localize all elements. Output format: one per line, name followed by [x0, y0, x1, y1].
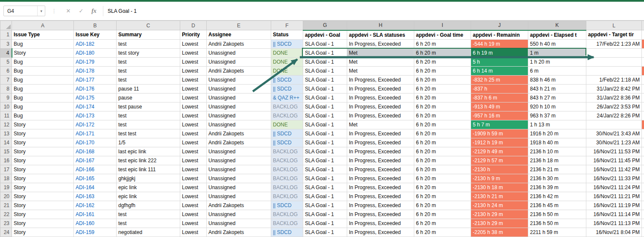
- cell-K6[interactable]: 6 m: [528, 66, 586, 75]
- cell-K10[interactable]: 920 h 10 m: [528, 102, 586, 111]
- cell-I11[interactable]: 6 h 20 m: [414, 111, 471, 120]
- cell-B17[interactable]: ADI-166: [74, 165, 117, 174]
- cell-E7[interactable]: Unassigned: [207, 75, 271, 84]
- row-header-10[interactable]: 10: [0, 102, 12, 111]
- cell-H13[interactable]: In Progress, Exceeded: [347, 129, 414, 138]
- cell-I9[interactable]: 6 h 20 m: [414, 93, 471, 102]
- cell-D21[interactable]: Lowest: [180, 201, 207, 210]
- cell-G23[interactable]: SLA Goal - 1: [303, 219, 347, 228]
- cell-B1[interactable]: Issue Key: [74, 30, 117, 40]
- cell-A9[interactable]: Bug: [12, 93, 74, 102]
- cell-J17[interactable]: -2130 h: [471, 165, 528, 174]
- cell-C15[interactable]: last epic link: [117, 147, 180, 156]
- cell-E3[interactable]: Andrii Zakopets: [207, 39, 271, 48]
- cell-I22[interactable]: 6 h 20 m: [414, 210, 471, 219]
- cell-L8[interactable]: 31/Jan/22 8:42 PM: [586, 84, 642, 93]
- cell-G5[interactable]: SLA Goal - 1: [303, 57, 347, 66]
- cell-J5[interactable]: 5 h: [471, 57, 528, 66]
- cell-F15[interactable]: BACKLOG: [271, 147, 303, 156]
- cell-H18[interactable]: In Progress, Exceeded: [347, 174, 414, 183]
- cell-J3[interactable]: -544 h 19 m: [471, 39, 528, 48]
- cell-H1[interactable]: appdevi - SLA statuses: [347, 30, 414, 40]
- cell-D17[interactable]: Lowest: [180, 165, 207, 174]
- cell-D7[interactable]: Lowest: [180, 75, 207, 84]
- cell-K7[interactable]: 838 h 46 m: [528, 75, 586, 84]
- cell-D24[interactable]: Lowest: [180, 228, 207, 237]
- cell-K9[interactable]: 843 h 27 m: [528, 93, 586, 102]
- cell-C24[interactable]: negotiated: [117, 228, 180, 237]
- cell-I5[interactable]: 6 h 20 m: [414, 57, 471, 66]
- cell-L21[interactable]: 16/Nov/21 11:19 PM: [586, 201, 642, 210]
- cell-G3[interactable]: SLA Goal - 1: [303, 39, 347, 48]
- cell-H24[interactable]: In Progress, Exceeded: [347, 228, 414, 237]
- cell-C4[interactable]: test story: [117, 48, 180, 57]
- cell-A11[interactable]: Bug: [12, 111, 74, 120]
- cell-E14[interactable]: Andrii Zakopets: [207, 138, 271, 147]
- cell-K13[interactable]: 1916 h 20 m: [528, 129, 586, 138]
- cell-A22[interactable]: Story: [12, 210, 74, 219]
- cell-G10[interactable]: SLA Goal - 1: [303, 102, 347, 111]
- cell-G21[interactable]: SLA Goal - 1: [303, 201, 347, 210]
- cell-D10[interactable]: Lowest: [180, 102, 207, 111]
- cell-J13[interactable]: -1909 h 59 m: [471, 129, 528, 138]
- cell-B16[interactable]: ADI-167: [74, 156, 117, 165]
- cell-H21[interactable]: In Progress, Exceeded: [347, 201, 414, 210]
- cell-H16[interactable]: In Progress, Exceeded: [347, 156, 414, 165]
- insert-function-icon[interactable]: fx: [88, 8, 100, 15]
- cell-C21[interactable]: dgfhgfh: [117, 201, 180, 210]
- cell-C20[interactable]: epic link: [117, 192, 180, 201]
- cell-J22[interactable]: -2130 h 29 m: [471, 210, 528, 219]
- cell-F4[interactable]: DONE: [271, 48, 303, 57]
- cell-I24[interactable]: 6 h 20 m: [414, 228, 471, 237]
- cell-C10[interactable]: test pause: [117, 102, 180, 111]
- cell-K23[interactable]: 2136 h 50 m: [528, 219, 586, 228]
- cell-A4[interactable]: Story: [12, 48, 74, 57]
- cell-A19[interactable]: Story: [12, 183, 74, 192]
- cell-B18[interactable]: ADI-165: [74, 174, 117, 183]
- cell-F19[interactable]: BACKLOG: [271, 183, 303, 192]
- cell-G1[interactable]: appdevi - Goal: [303, 30, 347, 40]
- cell-B21[interactable]: ADI-162: [74, 201, 117, 210]
- cell-K21[interactable]: 2136 h 45 m: [528, 201, 586, 210]
- cell-A15[interactable]: Story: [12, 147, 74, 156]
- cell-F10[interactable]: BACKLOG: [271, 102, 303, 111]
- cell-J8[interactable]: -837 h: [471, 84, 528, 93]
- cell-H5[interactable]: Met: [347, 57, 414, 66]
- cell-E11[interactable]: Unassigned: [207, 111, 271, 120]
- row-header-17[interactable]: 17: [0, 165, 12, 174]
- enter-icon[interactable]: ✓: [75, 8, 88, 14]
- cell-J10[interactable]: -913 h 49 m: [471, 102, 528, 111]
- cell-E13[interactable]: Andrii Zakopets: [207, 129, 271, 138]
- cell-D8[interactable]: Lowest: [180, 84, 207, 93]
- cell-J18[interactable]: -2130 h 9 m: [471, 174, 528, 183]
- cell-K16[interactable]: 2136 h 18 m: [528, 156, 586, 165]
- cell-D20[interactable]: Lowest: [180, 192, 207, 201]
- cell-G11[interactable]: SLA Goal - 1: [303, 111, 347, 120]
- cell-C19[interactable]: epic link: [117, 183, 180, 192]
- cell-A3[interactable]: Bug: [12, 39, 74, 48]
- cell-G13[interactable]: SLA Goal - 1: [303, 129, 347, 138]
- cell-E15[interactable]: Unassigned: [207, 147, 271, 156]
- cell-E17[interactable]: Unassigned: [207, 165, 271, 174]
- formula-input[interactable]: SLA Goal - 1: [108, 8, 644, 14]
- cell-J7[interactable]: -832 h 25 m: [471, 75, 528, 84]
- cell-E4[interactable]: Unassigned: [207, 48, 271, 57]
- cell-G6[interactable]: SLA Goal - 1: [303, 66, 347, 75]
- cell-A1[interactable]: Issue Type: [12, 30, 74, 40]
- cell-H17[interactable]: In Progress, Exceeded: [347, 165, 414, 174]
- column-header-E[interactable]: E: [207, 21, 271, 30]
- cell-C22[interactable]: test: [117, 210, 180, 219]
- row-header-7[interactable]: 7: [0, 75, 12, 84]
- cell-E9[interactable]: Unassigned: [207, 93, 271, 102]
- column-header-C[interactable]: C: [117, 21, 180, 30]
- cell-F3[interactable]: || SDCD: [271, 39, 303, 48]
- cell-J9[interactable]: -837 h 6 m: [471, 93, 528, 102]
- cell-L9[interactable]: 31/Jan/22 8:36 PM: [586, 93, 642, 102]
- cell-J15[interactable]: -2129 h 49 m: [471, 147, 528, 156]
- cell-L22[interactable]: 16/Nov/21 11:14 PM: [586, 210, 642, 219]
- cell-B8[interactable]: ADI-176: [74, 84, 117, 93]
- cell-J1[interactable]: appdevi - Remainin: [471, 30, 528, 40]
- cell-L15[interactable]: 16/Nov/21 11:53 PM: [586, 147, 642, 156]
- cell-D19[interactable]: Lowest: [180, 183, 207, 192]
- cell-G17[interactable]: SLA Goal - 1: [303, 165, 347, 174]
